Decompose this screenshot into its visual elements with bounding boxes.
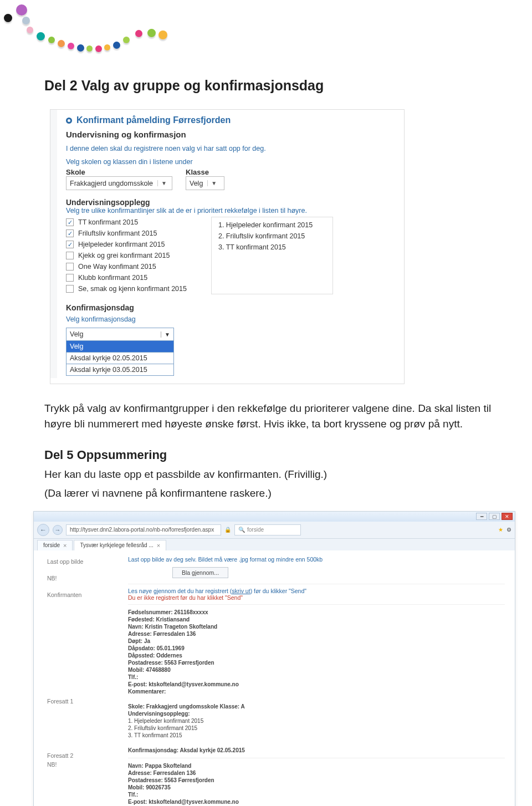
school-select[interactable]: Frakkagjerd ungdomsskole ▼: [66, 176, 172, 190]
checkbox-row[interactable]: One Way konfimant 2015: [66, 261, 187, 272]
checkbox-row[interactable]: Se, smak og kjenn konfirmant 2015: [66, 283, 187, 294]
window-close-icon[interactable]: ✕: [502, 513, 513, 520]
konfday-instr: Velg konfirmasjonsdag: [66, 315, 396, 323]
class-select-value: Velg: [190, 180, 203, 187]
summary-left-labels: Last opp bilde NB! Konfirmanten Foresatt…: [34, 550, 122, 806]
form-title: Konfirmant påmelding Førresfjorden: [66, 115, 396, 125]
browse-button[interactable]: Bla gjennom...: [172, 567, 228, 578]
konfday-head: Konfirmasjonsdag: [66, 303, 396, 312]
summary-main: Last opp bilde av deg selv. Bildet må væ…: [122, 550, 515, 806]
form-instruction-school: Velg skolen og klassen din i listene und…: [66, 158, 396, 166]
school-select-value: Frakkagjerd ungdomsskole: [70, 180, 153, 187]
checkbox-icon[interactable]: [66, 274, 74, 282]
dot-icon: [48, 37, 55, 43]
checkbox-row[interactable]: ✓TT konfirmant 2015: [66, 217, 187, 228]
checkbox-row[interactable]: ✓Hjelpeleder konfirmant 2015: [66, 239, 187, 250]
class-select[interactable]: Velg ▼: [186, 176, 224, 190]
checkbox-icon[interactable]: ✓: [66, 229, 74, 237]
dot-icon: [27, 27, 33, 33]
checkbox-label: Klubb konfirmant 2015: [78, 274, 147, 282]
dot-icon: [95, 45, 102, 52]
checkbox-row[interactable]: Kjekk og grei konfirmant 2015: [66, 250, 187, 261]
window-controls: ━ ▢ ✕: [34, 512, 515, 522]
gear-icon[interactable]: ⚙: [507, 527, 511, 533]
window-minimize-icon[interactable]: ━: [476, 513, 487, 520]
checkbox-row[interactable]: ✓Friluftsliv konfirmant 2015: [66, 228, 187, 239]
nb-warning: Du er ikke registrert før du har klikket…: [128, 594, 243, 601]
dropdown-option[interactable]: Velg: [66, 341, 174, 353]
konfday-dropdown-head[interactable]: Velg ▼: [66, 328, 174, 341]
dot-icon: [4, 14, 12, 22]
checkbox-icon[interactable]: [66, 252, 74, 259]
checkbox-label: Kjekk og grei konfirmant 2015: [78, 252, 170, 259]
url-input[interactable]: http://tysver.dnn2.labora-portal.no/nb-n…: [66, 524, 221, 535]
form-subhead: Undervisning og konfirmasjon: [66, 130, 396, 139]
priority-list: 1. Hjelpeleder konfirmant 20152. Friluft…: [211, 217, 333, 294]
left-label: Last opp bilde: [47, 558, 117, 565]
upload-hint: Last opp bilde av deg selv. Bildet må væ…: [128, 556, 505, 563]
window-maximize-icon[interactable]: ▢: [489, 513, 500, 520]
browser-search-input[interactable]: 🔍 forside: [234, 524, 301, 535]
checkbox-icon[interactable]: [66, 285, 74, 293]
dot-icon: [16, 4, 27, 16]
foresatt1-data: Navn: Pappa Skofteland Adresse: Førresda…: [128, 758, 505, 806]
browser-tab[interactable]: forside ×: [37, 540, 73, 550]
print-link[interactable]: skriv ut: [232, 588, 250, 594]
school-label: Skole: [66, 168, 172, 176]
checkbox-row[interactable]: Klubb konfirmant 2015: [66, 272, 187, 283]
dropdown-option[interactable]: Aksdal kyrkje 02.05.2015: [66, 353, 174, 364]
browser-address-bar: ← → http://tysver.dnn2.labora-portal.no/…: [34, 522, 515, 539]
body-text-block: Trykk på valg av konfirmantgrupper i den…: [44, 401, 493, 501]
checkbox-icon[interactable]: ✓: [66, 218, 74, 226]
konfday-dropdown-options: VelgAksdal kyrkje 02.05.2015Aksdal kyrkj…: [66, 341, 174, 376]
checkbox-label: Friluftsliv konfirmant 2015: [78, 229, 157, 237]
bullet-icon: [66, 118, 72, 124]
close-icon[interactable]: ×: [63, 542, 66, 549]
opplegg-head: Undervisningsopplegg: [66, 198, 396, 207]
browser-tab-active[interactable]: Tysvær kyrkjelege fellesråd ... ×: [74, 540, 166, 550]
dot-icon: [123, 37, 130, 43]
section-5-title: Del 5 Oppsummering: [44, 446, 493, 465]
school-field-block: Skole Frakkagjerd ungdomsskole ▼: [66, 168, 172, 190]
dot-icon: [147, 29, 156, 37]
decorative-dots: [0, 0, 532, 67]
chevron-down-icon: ▼: [207, 180, 217, 186]
page-content: Del 2 Valg av gruppe og konfirmasjonsdag…: [0, 78, 532, 806]
dot-icon: [22, 17, 30, 24]
checkbox-icon[interactable]: [66, 263, 74, 271]
class-label: Klasse: [186, 168, 224, 176]
form-intro: I denne delen skal du registrere noen va…: [66, 145, 396, 152]
dot-icon: [86, 45, 93, 52]
dot-icon: [113, 42, 120, 49]
left-label: Foresatt 1: [47, 698, 117, 705]
tab-label: Tysvær kyrkjelege fellesråd ...: [80, 542, 153, 548]
browser-tabs: forside × Tysvær kyrkjelege fellesråd ..…: [34, 539, 515, 550]
konfday-dropdown[interactable]: Velg ▼ VelgAksdal kyrkje 02.05.2015Aksda…: [66, 328, 174, 376]
priority-item: 1. Hjelpeleder konfirmant 2015: [218, 220, 327, 231]
chevron-down-icon: ▼: [161, 331, 170, 338]
konfirmant-data: Fødselsnummer: 261168xxxxx Fødested: Kri…: [128, 604, 505, 753]
nb-text: Les nøye gjennom det du har registrert (…: [128, 588, 306, 594]
dot-icon: [68, 43, 74, 49]
form-screenshot-panel: Konfirmant påmelding Førresfjorden Under…: [50, 109, 405, 384]
browser-screenshot: ━ ▢ ✕ ← → http://tysver.dnn2.labora-port…: [33, 511, 515, 806]
konfday-current-value: Velg: [70, 330, 83, 338]
dot-icon: [58, 40, 65, 47]
checkbox-label: Se, smak og kjenn konfirmant 2015: [78, 285, 187, 293]
section-title: Del 2 Valg av gruppe og konfirmasjonsdag: [44, 78, 493, 94]
checkbox-icon[interactable]: ✓: [66, 241, 74, 248]
sidebar-gray-strip: [50, 110, 57, 378]
class-field-block: Klasse Velg ▼: [186, 168, 224, 190]
checkbox-list: ✓TT konfirmant 2015✓Friluftsliv konfirma…: [66, 217, 187, 294]
tab-label: forside: [43, 542, 60, 548]
nav-forward-icon[interactable]: →: [53, 525, 63, 535]
dot-icon: [77, 44, 84, 52]
close-icon[interactable]: ×: [157, 542, 160, 549]
nav-back-icon[interactable]: ←: [37, 524, 49, 536]
checkbox-label: TT konfirmant 2015: [78, 218, 138, 226]
dot-icon: [135, 30, 142, 37]
favorites-icon[interactable]: ★: [498, 527, 503, 533]
paragraph-3: (Da lærer vi navnene på konfirmantene ra…: [44, 486, 493, 501]
dropdown-option[interactable]: Aksdal kyrkje 03.05.2015: [66, 364, 174, 376]
left-label: NB!: [47, 575, 117, 581]
